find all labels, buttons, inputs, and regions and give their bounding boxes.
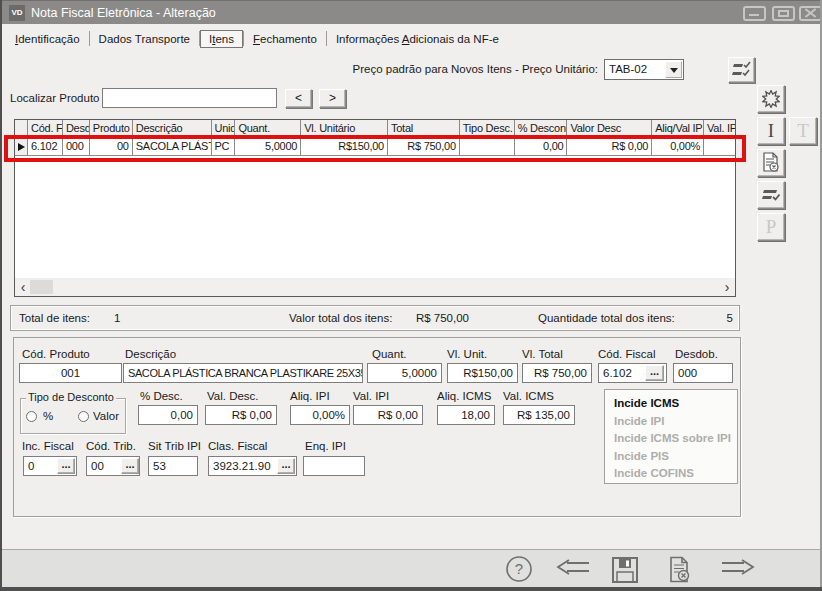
combobox-dropdown-button[interactable] xyxy=(665,61,682,78)
val-ipi-label: Val. IPI xyxy=(353,390,389,402)
incide-ipi: Incide IPI xyxy=(614,413,737,431)
clas-fiscal-lookup-button[interactable]: ... xyxy=(277,458,295,474)
svg-text:?: ? xyxy=(515,560,523,577)
window-border-left xyxy=(0,0,2,591)
aliq-ipi-field[interactable]: 0,00% xyxy=(290,405,350,425)
tab-bar: Identificação Dados Transporte Itens Fec… xyxy=(6,28,508,49)
horizontal-scrollbar[interactable]: ‹ › xyxy=(15,278,735,296)
scroll-right-icon[interactable]: › xyxy=(719,279,735,295)
enq-ipi-field[interactable] xyxy=(303,456,365,476)
arrow-right-icon xyxy=(718,555,758,583)
localizar-produto-input[interactable] xyxy=(102,88,277,108)
close-button[interactable] xyxy=(799,6,822,21)
checklist-icon xyxy=(758,182,784,208)
chevron-down-icon xyxy=(670,68,678,73)
new-item-button[interactable] xyxy=(757,85,785,113)
text-button-disabled: T xyxy=(789,117,817,145)
incide-icms-sobre-ipi: Incide ICMS sobre IPI xyxy=(614,430,737,448)
scroll-left-icon[interactable]: ‹ xyxy=(15,279,31,295)
combobox-value: TAB-02 xyxy=(609,63,647,75)
tipo-desconto-legend: Tipo de Desconto xyxy=(26,391,116,403)
totals-bar: Total de itens: 1 Valor total dos itens:… xyxy=(10,305,740,331)
star-icon xyxy=(762,90,780,108)
radio-percent-label: % xyxy=(43,410,53,422)
save-icon xyxy=(610,555,640,585)
sit-trib-ipi-field[interactable]: 53 xyxy=(148,456,198,476)
insert-item-button[interactable]: I xyxy=(757,117,785,145)
val-desc-label: Val. Desc. xyxy=(207,390,259,402)
quantidade-total-label: Quantidade total dos itens: xyxy=(538,312,675,324)
minimize-icon xyxy=(749,14,759,16)
valor-total-value: R$ 750,00 xyxy=(409,312,469,324)
scrollbar-thumb[interactable] xyxy=(30,280,53,294)
minimize-button[interactable] xyxy=(743,6,766,21)
print-button-disabled: P xyxy=(757,213,785,241)
cod-produto-field[interactable]: 001 xyxy=(19,363,122,383)
desdob-field[interactable]: 000 xyxy=(673,363,733,383)
quant-label: Quant. xyxy=(372,348,407,360)
save-button[interactable] xyxy=(610,555,640,585)
cancel-document-button[interactable] xyxy=(665,555,695,585)
vl-total-field[interactable]: R$ 750,00 xyxy=(522,363,592,383)
previous-button[interactable] xyxy=(553,555,593,583)
preco-padrao-label: Preço padrão para Novos Itens - Preço Un… xyxy=(353,63,598,75)
help-icon: ? xyxy=(505,555,533,583)
quant-field[interactable]: 5,0000 xyxy=(367,363,442,383)
window-border-bottom xyxy=(0,587,822,591)
delete-item-button[interactable] xyxy=(757,149,785,177)
next-button[interactable] xyxy=(718,555,758,583)
cod-fiscal-lookup-button[interactable]: ... xyxy=(645,365,664,381)
document-delete-icon xyxy=(758,150,784,176)
pct-desc-label: % Desc. xyxy=(140,390,183,402)
confirm-button[interactable] xyxy=(757,181,785,209)
incide-pis: Incide PIS xyxy=(614,448,737,466)
descricao-label: Descrição xyxy=(125,348,176,360)
val-icms-field[interactable]: R$ 135,00 xyxy=(503,405,575,425)
vl-unit-field[interactable]: R$150,00 xyxy=(447,363,518,383)
window: VD Nota Fiscal Eletrônica - Alteração Id… xyxy=(0,0,822,591)
tab-fechamento[interactable]: Fechamento xyxy=(244,31,326,47)
inc-fiscal-lookup-button[interactable]: ... xyxy=(57,458,75,474)
next-item-button[interactable]: > xyxy=(319,89,346,108)
title-bar[interactable]: VD Nota Fiscal Eletrônica - Alteração xyxy=(2,1,820,24)
preco-unitario-combobox[interactable]: TAB-02 xyxy=(604,59,684,80)
aliq-icms-field[interactable]: 18,00 xyxy=(437,405,495,425)
quantidade-total-value: 5 xyxy=(717,312,733,324)
radio-valor[interactable] xyxy=(78,411,89,422)
confirm-items-button[interactable] xyxy=(728,57,755,83)
help-button[interactable]: ? xyxy=(505,555,533,583)
checklist-icon xyxy=(729,58,754,82)
radio-valor-label: Valor xyxy=(93,410,119,422)
cod-trib-label: Cód. Trib. xyxy=(86,440,136,452)
inc-fiscal-label: Inc. Fiscal xyxy=(22,440,74,452)
total-itens-label: Total de itens: xyxy=(19,312,90,324)
enq-ipi-label: Enq. IPI xyxy=(305,440,346,452)
valor-total-label: Valor total dos itens: xyxy=(289,312,392,324)
arrow-left-icon xyxy=(553,555,593,583)
clas-fiscal-label: Clas. Fiscal xyxy=(208,440,267,452)
maximize-button[interactable] xyxy=(772,6,795,21)
val-ipi-field[interactable]: R$ 0,00 xyxy=(353,405,423,425)
sit-trib-ipi-label: Sit Trib IPI xyxy=(148,440,201,452)
tab-dados-transporte[interactable]: Dados Transporte xyxy=(90,31,199,47)
app-icon: VD xyxy=(9,5,25,21)
tab-informacoes-adicionais[interactable]: Informações Adicionais da NF-e xyxy=(327,31,508,47)
val-desc-field[interactable]: R$ 0,00 xyxy=(205,405,277,425)
previous-item-button[interactable]: < xyxy=(285,89,312,108)
descricao-field[interactable]: SACOLA PLÁSTICA BRANCA PLASTIKARE 25X35 xyxy=(123,363,363,383)
cod-fiscal-label: Cód. Fiscal xyxy=(598,348,656,360)
radio-percent[interactable] xyxy=(26,411,37,422)
incide-cofins: Incide COFINS xyxy=(614,465,737,483)
total-itens-value: 1 xyxy=(114,312,120,324)
tab-identificacao[interactable]: Identificação xyxy=(6,31,89,47)
aliq-ipi-label: Aliq. IPI xyxy=(290,390,330,402)
vl-total-label: Vl. Total xyxy=(522,348,563,360)
localizar-produto-label: Localizar Produto xyxy=(10,92,100,104)
bottom-toolbar xyxy=(2,550,820,587)
pct-desc-field[interactable]: 0,00 xyxy=(138,405,198,425)
desdob-label: Desdob. xyxy=(675,348,718,360)
cod-produto-label: Cód. Produto xyxy=(22,348,90,360)
cod-trib-lookup-button[interactable]: ... xyxy=(121,458,139,474)
incide-list: Incide ICMS Incide IPI Incide ICMS sobre… xyxy=(604,389,738,484)
tab-itens[interactable]: Itens xyxy=(200,30,243,48)
